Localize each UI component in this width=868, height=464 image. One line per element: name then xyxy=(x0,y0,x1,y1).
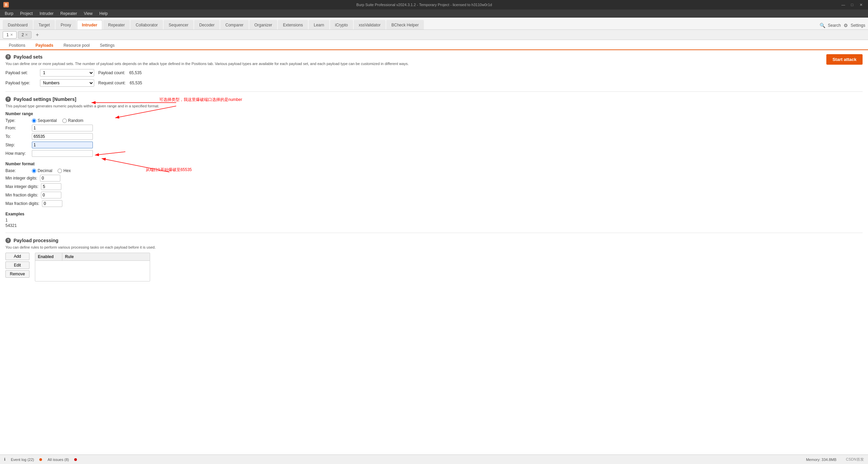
how-many-input[interactable] xyxy=(32,150,93,157)
settings-icon[interactable]: ⚙ xyxy=(844,23,848,28)
payload-set-row: Payload set: 1 2 Payload count: 65,535 xyxy=(5,69,863,77)
request-count-value: 65,535 xyxy=(130,81,142,85)
random-label: Random xyxy=(68,118,83,123)
tab-proxy[interactable]: Proxy xyxy=(56,20,76,29)
payload-type-label: Payload type: xyxy=(5,81,36,85)
add-intruder-tab-button[interactable]: + xyxy=(33,31,41,39)
payload-count-label: Payload count: xyxy=(98,70,125,75)
payload-sets-help-icon[interactable]: ? xyxy=(5,54,11,60)
max-integer-input[interactable] xyxy=(41,183,61,190)
processing-table-body xyxy=(35,261,150,281)
payload-count-value: 65,535 xyxy=(129,70,142,75)
tab-collaborator[interactable]: Collaborator xyxy=(130,20,163,29)
tab-dashboard[interactable]: Dashboard xyxy=(3,20,33,29)
add-rule-button[interactable]: Add xyxy=(5,253,29,260)
title-bar: B Burp Suite Professional v2024.3.1.2 - … xyxy=(0,0,868,9)
random-radio-label[interactable]: Random xyxy=(62,118,83,123)
max-integer-row: Max integer digits: xyxy=(5,183,863,190)
tab-icrypto[interactable]: iCrypto xyxy=(330,20,353,29)
intruder-tab-2-close[interactable]: ✕ xyxy=(25,33,28,37)
processing-buttons: Add Edit Remove xyxy=(5,253,29,278)
to-input[interactable] xyxy=(32,133,93,140)
intruder-tab-2[interactable]: 2 ✕ xyxy=(18,31,32,39)
payload-subtabs: Positions Payloads Resource pool Setting… xyxy=(0,40,868,50)
menu-help[interactable]: Help xyxy=(96,10,111,17)
max-integer-label: Max integer digits: xyxy=(5,184,38,189)
hex-radio[interactable] xyxy=(58,169,62,173)
decimal-label: Decimal xyxy=(38,168,52,173)
payload-settings-help-icon[interactable]: ? xyxy=(5,97,11,102)
remove-rule-button[interactable]: Remove xyxy=(5,270,29,278)
number-format-label: Number format xyxy=(5,162,863,166)
payload-set-label: Payload set: xyxy=(5,70,36,75)
tab-intruder[interactable]: Intruder xyxy=(77,20,102,29)
min-integer-input[interactable] xyxy=(40,175,60,182)
number-format-section: Number format Base: Decimal Hex Min inte… xyxy=(5,162,863,207)
decimal-radio-label[interactable]: Decimal xyxy=(32,168,52,173)
tab-organizer[interactable]: Organizer xyxy=(249,20,277,29)
menu-burp[interactable]: Burp xyxy=(1,10,17,17)
random-radio[interactable] xyxy=(62,119,67,123)
request-count-label: Request count: xyxy=(98,81,126,85)
payload-set-select[interactable]: 1 2 xyxy=(40,69,94,77)
tab-repeater[interactable]: Repeater xyxy=(103,20,130,29)
start-attack-button[interactable]: Start attack xyxy=(826,54,863,65)
to-label: To: xyxy=(5,134,29,139)
step-input[interactable] xyxy=(32,142,93,148)
sequential-radio-label[interactable]: Sequential xyxy=(32,118,57,123)
decimal-radio[interactable] xyxy=(32,169,36,173)
how-many-label: How many: xyxy=(5,151,29,156)
intruder-tab-1[interactable]: 1 ✕ xyxy=(3,31,17,39)
tab-comparer[interactable]: Comparer xyxy=(220,20,248,29)
sequential-radio[interactable] xyxy=(32,119,36,123)
max-fraction-input[interactable] xyxy=(42,200,62,207)
search-icon[interactable]: 🔍 xyxy=(820,23,825,28)
payload-type-select[interactable]: Numbers Simple list Runtime file Custom … xyxy=(40,79,94,87)
menu-view[interactable]: View xyxy=(80,10,96,17)
menu-bar: Burp Project Intruder Repeater View Help xyxy=(0,9,868,18)
tab-xssvalidator[interactable]: xssValidator xyxy=(354,20,386,29)
subtab-positions[interactable]: Positions xyxy=(4,41,30,50)
search-label[interactable]: Search xyxy=(828,23,841,28)
subtab-resource-pool[interactable]: Resource pool xyxy=(59,41,94,50)
menu-project[interactable]: Project xyxy=(17,10,36,17)
from-input[interactable] xyxy=(32,125,93,131)
step-label: Step: xyxy=(5,143,29,147)
max-fraction-label: Max fraction digits: xyxy=(5,201,39,206)
example-2: 54321 xyxy=(5,223,863,228)
payload-processing-section: ? Payload processing You can define rule… xyxy=(5,238,863,281)
subtab-payloads[interactable]: Payloads xyxy=(31,41,58,50)
intruder-tab-1-close[interactable]: ✕ xyxy=(10,33,13,37)
minimize-button[interactable]: — xyxy=(840,2,847,7)
maximize-button[interactable]: □ xyxy=(848,2,856,7)
tab-decoder[interactable]: Decoder xyxy=(194,20,220,29)
tab-learn[interactable]: Learn xyxy=(309,20,329,29)
tab-bcheck-helper[interactable]: BCheck Helper xyxy=(386,20,424,29)
type-row: Type: Sequential Random xyxy=(5,118,863,123)
processing-table-header: Enabled Rule xyxy=(35,253,150,261)
menu-intruder[interactable]: Intruder xyxy=(36,10,57,17)
example-1: 1 xyxy=(5,218,863,223)
hex-radio-label[interactable]: Hex xyxy=(58,168,70,173)
min-fraction-input[interactable] xyxy=(41,192,61,198)
edit-rule-button[interactable]: Edit xyxy=(5,261,29,269)
col-rule-header: Rule xyxy=(62,253,150,260)
base-row: Base: Decimal Hex xyxy=(5,168,863,173)
divider-2 xyxy=(5,233,863,233)
subtab-settings[interactable]: Settings xyxy=(95,41,119,50)
how-many-row: How many: xyxy=(5,150,863,157)
payload-type-row: Payload type: Numbers Simple list Runtim… xyxy=(5,79,863,87)
processing-table-area: Add Edit Remove Enabled Rule xyxy=(5,253,863,281)
menu-repeater[interactable]: Repeater xyxy=(57,10,80,17)
number-range-section: Number range Type: Sequential Random Fro… xyxy=(5,111,863,157)
min-integer-label: Min integer digits: xyxy=(5,176,37,181)
close-button[interactable]: ✕ xyxy=(857,2,865,7)
tab-sequencer[interactable]: Sequencer xyxy=(164,20,193,29)
tab-extensions[interactable]: Extensions xyxy=(278,20,308,29)
tab-target[interactable]: Target xyxy=(34,20,55,29)
sequential-label: Sequential xyxy=(38,118,57,123)
payload-processing-help-icon[interactable]: ? xyxy=(5,238,11,243)
intruder-tabs: 1 ✕ 2 ✕ + xyxy=(0,30,868,40)
hex-label: Hex xyxy=(63,168,70,173)
min-fraction-row: Min fraction digits: xyxy=(5,192,863,198)
